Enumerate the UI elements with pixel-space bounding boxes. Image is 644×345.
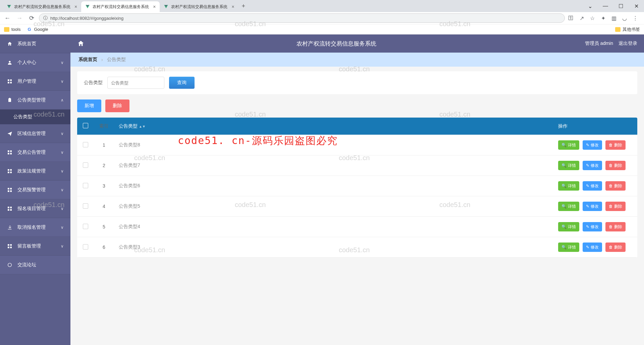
bookmark-tools[interactable]: tools: [4, 27, 20, 32]
row-checkbox[interactable]: [83, 224, 88, 229]
sidebar-item[interactable]: 政策法规管理∨: [0, 162, 70, 181]
delete-button[interactable]: 删除: [105, 99, 129, 112]
sidebar-item[interactable]: 交易公告管理∨: [0, 143, 70, 162]
panel-icon[interactable]: ▥: [610, 15, 617, 21]
info-icon: ⓘ: [43, 15, 48, 21]
vue-icon: [85, 4, 90, 9]
row-checkbox[interactable]: [83, 183, 88, 188]
row-checkbox[interactable]: [83, 244, 88, 250]
chevron-down-icon: ∨: [61, 79, 64, 84]
svg-rect-18: [10, 190, 12, 192]
col-type[interactable]: 公告类型▲▼: [114, 118, 553, 135]
sidebar-item[interactable]: 公告类型管理∧: [0, 91, 70, 110]
sidebar-label: 区域信息管理: [17, 131, 46, 137]
edit-button[interactable]: ✎修改: [583, 161, 602, 170]
add-button[interactable]: 新增: [77, 99, 101, 112]
url-input[interactable]: ⓘ http://localhost:8082/#/gonggaoleixing: [39, 13, 565, 23]
row-type: 公告类型3: [114, 237, 553, 258]
user-label: 管理员 admin: [585, 41, 613, 47]
sidebar-label: 用户管理: [17, 78, 36, 84]
sidebar-label: 交易公告管理: [17, 149, 46, 155]
table-row: 1 公告类型8 🔍详情 ✎修改 🗑删除: [77, 135, 637, 155]
row-delete-button[interactable]: 🗑删除: [605, 202, 626, 211]
sidebar-item[interactable]: 报名项目管理∨: [0, 199, 70, 218]
trash-icon: 🗑: [609, 184, 613, 188]
sidebar-item[interactable]: 个人中心∨: [0, 53, 70, 72]
close-window-icon[interactable]: ✕: [629, 0, 644, 12]
edit-button[interactable]: ✎修改: [583, 140, 602, 150]
row-index: 1: [94, 135, 114, 155]
minimize-icon[interactable]: —: [598, 0, 613, 12]
row-delete-button[interactable]: 🗑删除: [605, 243, 626, 252]
reload-icon[interactable]: ⟳: [27, 13, 36, 23]
row-delete-button[interactable]: 🗑删除: [605, 140, 626, 150]
row-checkbox[interactable]: [83, 203, 88, 209]
new-tab-button[interactable]: +: [238, 3, 249, 10]
row-delete-button[interactable]: 🗑删除: [605, 181, 626, 191]
key-icon[interactable]: ⚿: [568, 15, 574, 21]
browser-tab[interactable]: 农村产权流转交易信息服务系统 ×: [3, 1, 81, 12]
sidebar-item[interactable]: 取消报名管理∨: [0, 218, 70, 237]
chevron-down-icon: ∨: [61, 169, 64, 174]
detail-button[interactable]: 🔍详情: [558, 222, 579, 231]
svg-rect-7: [8, 150, 9, 152]
sidebar-label: 报名项目管理: [17, 206, 46, 212]
bookmark-google[interactable]: GGoogle: [26, 27, 48, 32]
sidebar-item[interactable]: 留言板管理∨: [0, 237, 70, 256]
close-icon[interactable]: ×: [153, 4, 156, 9]
vue-icon: [164, 4, 168, 9]
detail-button[interactable]: 🔍详情: [558, 161, 579, 170]
action-row: 新增 删除: [77, 99, 637, 112]
top-bar: 农村产权流转交易信息服务系统 管理员 admin 退出登录: [70, 34, 644, 53]
back-icon[interactable]: ←: [3, 13, 12, 23]
svg-rect-24: [8, 244, 9, 246]
search-input[interactable]: [107, 77, 164, 89]
svg-rect-8: [10, 150, 12, 152]
sidebar-item[interactable]: 用户管理∨: [0, 72, 70, 91]
edit-button[interactable]: ✎修改: [583, 181, 602, 191]
sidebar-item[interactable]: 交易预警管理∨: [0, 181, 70, 199]
sort-icon[interactable]: ▲▼: [139, 126, 146, 128]
svg-rect-13: [8, 171, 9, 173]
star-icon[interactable]: ☆: [589, 15, 596, 21]
row-delete-button[interactable]: 🗑删除: [605, 161, 626, 170]
logout-link[interactable]: 退出登录: [619, 41, 637, 47]
sidebar-label: 交流论坛: [17, 262, 36, 268]
puzzle-icon[interactable]: ✦: [600, 15, 606, 21]
sidebar-item[interactable]: 系统首页: [0, 34, 70, 53]
bookmark-other[interactable]: 其他书签: [615, 26, 640, 32]
detail-button[interactable]: 🔍详情: [558, 243, 579, 252]
row-checkbox[interactable]: [83, 142, 88, 147]
detail-button[interactable]: 🔍详情: [558, 181, 579, 191]
share-icon[interactable]: ↗: [578, 15, 585, 21]
browser-tab-active[interactable]: 农村产权流转交易信息服务系统 ×: [81, 1, 160, 12]
edit-button[interactable]: ✎修改: [583, 243, 602, 252]
maximize-icon[interactable]: ☐: [613, 0, 629, 12]
avatar-icon[interactable]: ◡: [621, 15, 628, 21]
sidebar-sub-item[interactable]: 公告类型: [0, 110, 70, 124]
breadcrumb-home[interactable]: 系统首页: [78, 57, 97, 63]
close-icon[interactable]: ×: [74, 4, 77, 9]
row-type: 公告类型6: [114, 176, 553, 196]
sidebar-item[interactable]: 区域信息管理∨: [0, 124, 70, 143]
detail-button[interactable]: 🔍详情: [558, 140, 579, 150]
search-icon: 🔍: [561, 245, 567, 250]
edit-button[interactable]: ✎修改: [583, 202, 602, 211]
menu-icon[interactable]: ⋮: [632, 15, 639, 21]
query-button[interactable]: 查询: [169, 77, 195, 89]
search-icon: 🔍: [561, 163, 567, 168]
select-all-checkbox[interactable]: [83, 123, 88, 128]
row-checkbox[interactable]: [83, 162, 88, 168]
sidebar-label: 取消报名管理: [17, 224, 46, 230]
sidebar-item[interactable]: 交流论坛: [0, 256, 70, 274]
chevron-down-icon[interactable]: ⌄: [582, 0, 598, 12]
browser-tab[interactable]: 农村产权流转交易信息服务系统 ×: [160, 1, 238, 12]
edit-button[interactable]: ✎修改: [583, 222, 602, 231]
close-icon[interactable]: ×: [231, 4, 234, 9]
search-icon: 🔍: [561, 204, 567, 209]
forward-icon[interactable]: →: [15, 13, 24, 23]
row-delete-button[interactable]: 🗑删除: [605, 222, 626, 231]
sidebar: 系统首页个人中心∨用户管理∨公告类型管理∧公告类型区域信息管理∨交易公告管理∨政…: [0, 34, 70, 345]
sidebar-label: 系统首页: [17, 41, 36, 47]
detail-button[interactable]: 🔍详情: [558, 202, 579, 211]
